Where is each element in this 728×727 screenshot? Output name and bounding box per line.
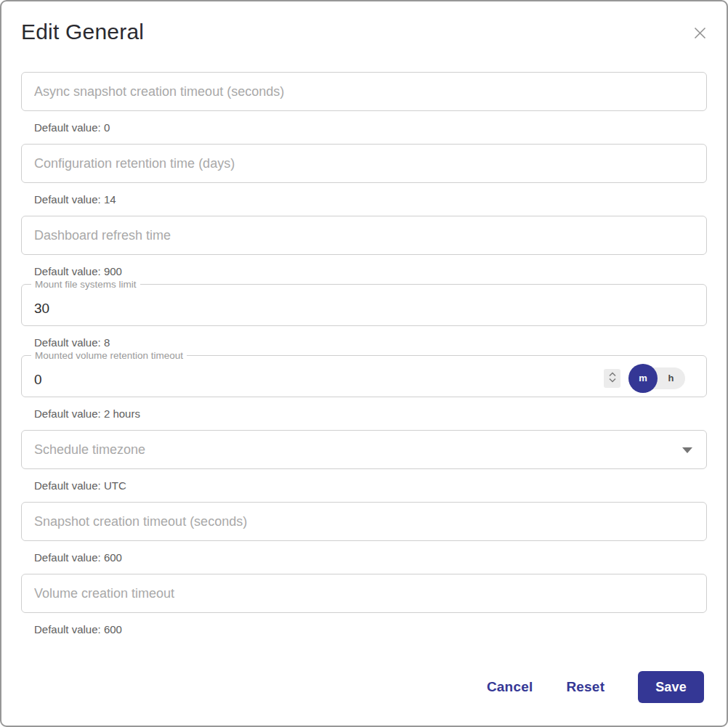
field-label: Mount file systems limit [31,278,140,291]
form-fields: Default value: 0 Default value: 14 Defau… [21,72,707,636]
dashboard-refresh-input[interactable] [21,216,707,255]
cancel-button[interactable]: Cancel [487,679,533,695]
configuration-retention-input[interactable] [21,144,707,183]
helper-text: Default value: 0 [34,121,707,134]
close-button[interactable] [690,23,710,43]
close-icon [693,31,707,42]
caret-down-icon [682,447,692,453]
edit-general-dialog: Edit General Default value: 0 Default va… [0,0,728,727]
dialog-footer: Cancel Reset Save [487,671,704,703]
mount-file-systems-field: Mount file systems limit [21,284,707,326]
helper-text: Default value: 600 [34,551,707,564]
mount-file-systems-input[interactable] [22,285,706,325]
mounted-volume-retention-input[interactable] [22,356,604,397]
helper-text: Default value: 900 [34,264,707,278]
select-placeholder: Schedule timezone [34,442,145,458]
field-controls: m h [604,363,706,389]
async-snapshot-timeout-input[interactable] [21,72,707,111]
mounted-volume-retention-field: Mounted volume retention timeout m h [21,355,707,397]
helper-text: Default value: 14 [34,192,707,206]
save-button[interactable]: Save [638,671,704,703]
dialog-header: Edit General [21,1,707,44]
page-title: Edit General [21,20,144,44]
unit-toggle: m h [628,367,685,389]
helper-text: Default value: UTC [34,479,707,492]
schedule-timezone-select[interactable]: Schedule timezone [21,430,707,469]
helper-text: Default value: 8 [34,336,707,349]
helper-text: Default value: 600 [34,622,707,636]
unit-hours-button[interactable]: h [657,367,685,389]
number-stepper[interactable] [604,369,620,388]
helper-text: Default value: 2 hours [34,407,707,421]
snapshot-creation-timeout-input[interactable] [21,502,707,541]
volume-creation-timeout-input[interactable] [21,574,707,613]
reset-button[interactable]: Reset [566,679,604,695]
unit-minutes-button[interactable]: m [628,364,658,393]
chevrons-up-down-icon [607,371,618,386]
field-label: Mounted volume retention timeout [31,349,187,362]
